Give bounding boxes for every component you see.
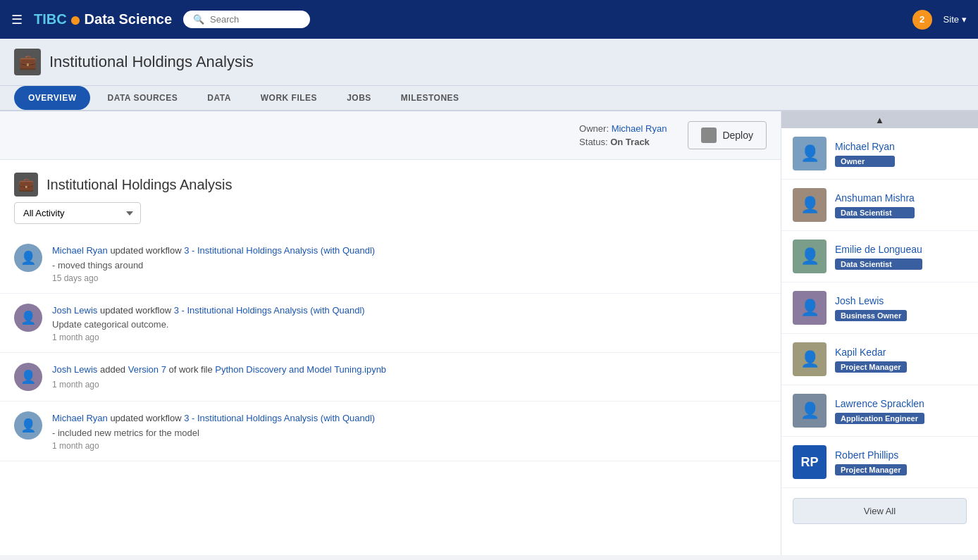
team-member: 👤 Anshuman Mishra Data Scientist — [781, 180, 978, 231]
deploy-button[interactable]: Deploy — [688, 121, 767, 149]
member-name[interactable]: Emilie de Longueau — [835, 244, 922, 255]
site-menu[interactable]: Site ▾ — [943, 14, 967, 25]
member-name[interactable]: Lawrence Spracklen — [835, 398, 924, 409]
workflow-link[interactable]: 3 - Institutional Holdings Analysis (wit… — [174, 305, 365, 316]
member-name[interactable]: Robert Phillips — [835, 449, 907, 461]
activity-content: Michael Ryan updated workflow 3 - Instit… — [52, 244, 767, 283]
topnav: ☰ TIBC● Data Science 🔍 2 Site ▾ — [0, 0, 978, 39]
member-info: Kapil Kedar Project Manager — [835, 347, 907, 373]
owner-link[interactable]: Michael Ryan — [612, 123, 667, 134]
activity-time: 15 days ago — [52, 273, 767, 283]
team-member: 👤 Emilie de Longueau Data Scientist — [781, 231, 978, 282]
status-label: Status: On Track — [579, 137, 667, 147]
activity-text: Josh Lewis added Version 7 of work file … — [52, 363, 767, 377]
activity-icon: 💼 — [14, 173, 38, 197]
workfile-link[interactable]: Python Discovery and Model Tuning.ipynb — [215, 364, 386, 375]
activity-time: 1 month ago — [52, 441, 767, 451]
search-input[interactable] — [210, 14, 295, 25]
tab-milestones[interactable]: MILESTONES — [388, 86, 472, 110]
member-role: Data Scientist — [835, 259, 922, 270]
member-info: Robert Phillips Project Manager — [835, 449, 907, 475]
activity-time: 1 month ago — [52, 332, 767, 342]
member-role: Data Scientist — [835, 207, 915, 218]
search-box[interactable]: 🔍 — [183, 11, 310, 28]
action-text: updated workflow — [110, 413, 184, 423]
tab-jobs[interactable]: JOBS — [334, 86, 384, 110]
avatar: 👤 — [14, 363, 42, 391]
member-avatar: 👤 — [793, 342, 827, 376]
member-info: Anshuman Mishra Data Scientist — [835, 192, 915, 218]
team-member: 👤 Michael Ryan Owner — [781, 128, 978, 180]
activity-sub: - moved things around — [52, 260, 767, 270]
member-name[interactable]: Josh Lewis — [835, 295, 907, 306]
member-name[interactable]: Michael Ryan — [835, 141, 895, 152]
member-name[interactable]: Kapil Kedar — [835, 347, 907, 358]
hamburger-menu[interactable]: ☰ — [11, 12, 23, 27]
logo-dot: ● — [70, 10, 82, 30]
action-text2: of work file — [169, 364, 216, 375]
tab-overview[interactable]: OVERVIEW — [14, 86, 90, 110]
avatar: 👤 — [14, 304, 42, 332]
user-link[interactable]: Michael Ryan — [52, 413, 108, 423]
site-dropdown-icon: ▾ — [962, 14, 967, 25]
notification-badge[interactable]: 2 — [912, 10, 932, 30]
deploy-info: Owner: Michael Ryan Status: On Track — [579, 123, 667, 147]
page-title: Institutional Holdings Analysis — [49, 53, 254, 71]
filter-dropdown[interactable]: All Activity My Activity Comments Workfl… — [14, 202, 767, 224]
tab-data[interactable]: DATA — [194, 86, 244, 110]
member-avatar: 👤 — [793, 239, 827, 273]
version-link[interactable]: Version 7 — [128, 364, 166, 375]
status-value: On Track — [610, 137, 650, 147]
deploy-bar: Owner: Michael Ryan Status: On Track Dep… — [0, 111, 781, 160]
member-name[interactable]: Anshuman Mishra — [835, 192, 915, 204]
member-info: Michael Ryan Owner — [835, 141, 895, 167]
activity-text: Josh Lewis updated workflow 3 - Institut… — [52, 304, 767, 318]
tabs-bar: OVERVIEW DATA SOURCES DATA WORK FILES JO… — [0, 86, 978, 111]
left-panel: Owner: Michael Ryan Status: On Track Dep… — [0, 111, 781, 555]
member-avatar: 👤 — [793, 394, 827, 428]
activity-item: 👤 Josh Lewis updated workflow 3 - Instit… — [0, 294, 781, 354]
user-link[interactable]: Josh Lewis — [52, 305, 97, 316]
workflow-link[interactable]: 3 - Institutional Holdings Analysis (wit… — [184, 245, 375, 256]
activity-title: Institutional Holdings Analysis — [47, 177, 232, 193]
main-layout: Owner: Michael Ryan Status: On Track Dep… — [0, 111, 978, 555]
view-all-button[interactable]: View All — [793, 498, 967, 524]
activity-filter-select[interactable]: All Activity My Activity Comments Workfl… — [14, 202, 141, 224]
action-text: updated workflow — [110, 245, 184, 256]
page-header: 💼 Institutional Holdings Analysis — [0, 39, 978, 86]
member-role: Project Manager — [835, 361, 907, 373]
logo: TIBC● Data Science — [34, 10, 172, 30]
workflow-link[interactable]: 3 - Institutional Holdings Analysis (wit… — [184, 413, 375, 423]
action-text: added — [100, 364, 128, 375]
avatar: 👤 — [14, 411, 42, 440]
activity-item: 👤 Michael Ryan updated workflow 3 - Inst… — [0, 402, 781, 461]
member-role: Owner — [835, 156, 895, 167]
activity-text: Michael Ryan updated workflow 3 - Instit… — [52, 244, 767, 258]
team-member: 👤 Josh Lewis Business Owner — [781, 282, 978, 334]
page-header-icon: 💼 — [14, 49, 41, 75]
member-avatar: RP — [793, 445, 827, 479]
search-icon: 🔍 — [193, 14, 204, 25]
member-role: Business Owner — [835, 310, 907, 321]
activity-item: 👤 Josh Lewis added Version 7 of work fil… — [0, 353, 781, 402]
activity-item: 👤 Michael Ryan updated workflow 3 - Inst… — [0, 234, 781, 294]
scroll-up-icon: ▲ — [875, 115, 884, 125]
member-avatar: 👤 — [793, 188, 827, 222]
deploy-icon — [701, 127, 717, 143]
scroll-up-button[interactable]: ▲ — [781, 111, 978, 128]
team-member: 👤 Kapil Kedar Project Manager — [781, 334, 978, 385]
owner-label: Owner: Michael Ryan — [579, 123, 667, 134]
member-info: Josh Lewis Business Owner — [835, 295, 907, 321]
activity-header: 💼 Institutional Holdings Analysis — [0, 160, 781, 202]
tab-work-files[interactable]: WORK FILES — [248, 86, 330, 110]
activity-sub: - included new metrics for the model — [52, 428, 767, 438]
activity-content: Josh Lewis updated workflow 3 - Institut… — [52, 304, 767, 343]
action-text: updated workflow — [100, 305, 174, 316]
member-info: Emilie de Longueau Data Scientist — [835, 244, 922, 270]
user-link[interactable]: Josh Lewis — [52, 364, 97, 375]
activity-time: 1 month ago — [52, 380, 767, 390]
user-link[interactable]: Michael Ryan — [52, 245, 108, 256]
tab-data-sources[interactable]: DATA SOURCES — [94, 86, 190, 110]
avatar: 👤 — [14, 244, 42, 272]
activity-feed: 👤 Michael Ryan updated workflow 3 - Inst… — [0, 234, 781, 475]
